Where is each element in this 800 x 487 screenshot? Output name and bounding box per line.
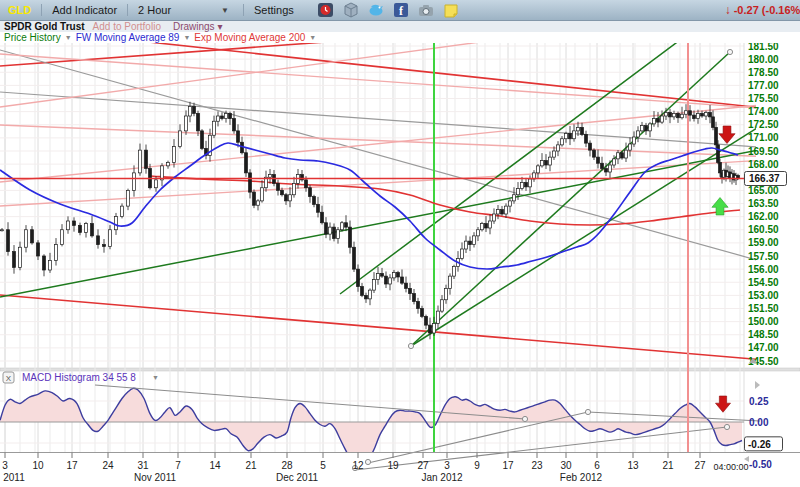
svg-text:30: 30 (560, 460, 572, 471)
svg-text:6: 6 (594, 460, 600, 471)
trading-app-window: { "toolbar": { "symbol": "GLD", "add_ind… (0, 0, 800, 487)
svg-text:172.50: 172.50 (748, 119, 779, 130)
svg-text:10: 10 (32, 460, 44, 471)
toolbar-separator (127, 4, 128, 16)
svg-text:-0.50: -0.50 (749, 459, 772, 470)
svg-text:151.50: 151.50 (748, 303, 779, 314)
current-price-box: 166.37 (745, 172, 787, 186)
svg-text:171.00: 171.00 (748, 132, 779, 143)
svg-text:175.50: 175.50 (748, 93, 779, 104)
macd-value-box: -0.26 (745, 437, 783, 451)
svg-text:27: 27 (694, 460, 706, 471)
note-icon[interactable] (443, 2, 459, 18)
facebook-icon[interactable]: f (393, 2, 409, 18)
svg-text:177.00: 177.00 (748, 80, 779, 91)
twitter-icon[interactable] (368, 2, 384, 18)
svg-text:2011: 2011 (3, 472, 25, 483)
drawings-menu[interactable]: Drawings ▾ (173, 21, 223, 32)
svg-text:0.25: 0.25 (749, 396, 769, 407)
svg-text:156.00: 156.00 (748, 264, 779, 275)
svg-text:174.00: 174.00 (748, 106, 779, 117)
svg-text:21: 21 (245, 460, 257, 471)
svg-text:166.37: 166.37 (749, 173, 780, 184)
ma89-menu[interactable]: FW Moving Average 89 (76, 32, 180, 43)
macd-header: XMACD Histogram 34 55 8 ▼ (3, 372, 159, 383)
chevron-down-icon[interactable]: ▼ (152, 374, 159, 381)
svg-text:-0.26: -0.26 (748, 439, 771, 450)
svg-text:9: 9 (474, 460, 480, 471)
alarm-icon[interactable] (318, 2, 334, 18)
timeframe-select[interactable]: 2 Hour (138, 4, 171, 16)
svg-text:Dec 2011: Dec 2011 (276, 472, 319, 483)
svg-text:169.50: 169.50 (748, 146, 779, 157)
svg-text:148.50: 148.50 (748, 329, 779, 340)
symbol-label: GLD (8, 4, 31, 16)
chevron-down-icon[interactable]: ▼ (309, 34, 316, 41)
svg-text:7: 7 (175, 460, 181, 471)
svg-text:178.50: 178.50 (748, 67, 779, 78)
timeframe-dropdown-icon[interactable]: ▼ (221, 6, 229, 15)
chart-canvas[interactable]: 181.50180.00178.50177.00175.50174.00172.… (0, 0, 800, 487)
svg-text:3: 3 (2, 460, 8, 471)
svg-text:12: 12 (352, 460, 364, 471)
camera-icon[interactable] (418, 2, 434, 18)
price-history-menu[interactable]: Price History (4, 32, 61, 43)
svg-text:14: 14 (209, 460, 221, 471)
svg-text:163.50: 163.50 (748, 198, 779, 209)
top-toolbar: GLD Add Indicator 2 Hour ▼ Settings (0, 0, 800, 21)
chevron-down-icon[interactable]: ▼ (183, 34, 190, 41)
indicator-legend-bar: Price History ▼ FW Moving Average 89 ▼ E… (0, 32, 800, 43)
svg-text:150.00: 150.00 (748, 316, 779, 327)
price-axis: 181.50180.00178.50177.00175.50174.00172.… (748, 41, 779, 367)
toolbar-separator (41, 4, 42, 16)
svg-text:180.00: 180.00 (748, 54, 779, 65)
change-value: -0.27 (-0.16%) (734, 4, 800, 16)
chevron-down-icon[interactable]: ▼ (65, 34, 72, 41)
svg-text:160.50: 160.50 (748, 224, 779, 235)
symbol-full-name: SPDR Gold Trust (4, 21, 85, 32)
svg-text:Nov 2011: Nov 2011 (134, 472, 177, 483)
settings-button[interactable]: Settings (254, 4, 294, 16)
svg-text:24: 24 (102, 460, 114, 471)
toolbar-separator (243, 4, 244, 16)
svg-text:154.50: 154.50 (748, 277, 779, 288)
svg-text:31: 31 (137, 460, 149, 471)
price-change-readout: ↓ -0.27 (-0.16%) (725, 3, 800, 17)
svg-text:23: 23 (531, 460, 543, 471)
svg-text:28: 28 (281, 460, 293, 471)
svg-text:153.00: 153.00 (748, 290, 779, 301)
macd-label[interactable]: MACD Histogram 34 55 8 (22, 372, 136, 383)
ma200-menu[interactable]: Exp Moving Average 200 (194, 32, 305, 43)
svg-text:X: X (6, 374, 12, 383)
add-indicator-button[interactable]: Add Indicator (52, 4, 117, 16)
svg-text:162.00: 162.00 (748, 211, 779, 222)
svg-text:168.00: 168.00 (748, 159, 779, 170)
svg-text:19: 19 (387, 460, 399, 471)
svg-text:0.00: 0.00 (749, 417, 769, 428)
svg-text:5: 5 (320, 460, 326, 471)
svg-text:Feb 2012: Feb 2012 (560, 472, 603, 483)
svg-text:157.50: 157.50 (748, 251, 779, 262)
svg-text:17: 17 (66, 460, 78, 471)
svg-text:21: 21 (662, 460, 674, 471)
add-to-portfolio-link[interactable]: Add to Portfolio (93, 21, 161, 32)
svg-text:17: 17 (502, 460, 514, 471)
svg-text:3: 3 (444, 460, 450, 471)
symbol-info-bar: SPDR Gold Trust Add to Portfolio Drawing… (0, 21, 800, 32)
svg-text:159.00: 159.00 (748, 237, 779, 248)
down-arrow-icon: ↓ (725, 3, 731, 17)
svg-text:147.00: 147.00 (748, 342, 779, 353)
svg-text:Jan 2012: Jan 2012 (421, 472, 463, 483)
svg-text:27: 27 (417, 460, 429, 471)
svg-text:165.00: 165.00 (748, 185, 779, 196)
svg-text:04:00:00: 04:00:00 (713, 462, 748, 472)
cube-icon[interactable] (343, 2, 359, 18)
svg-text:13: 13 (627, 460, 639, 471)
